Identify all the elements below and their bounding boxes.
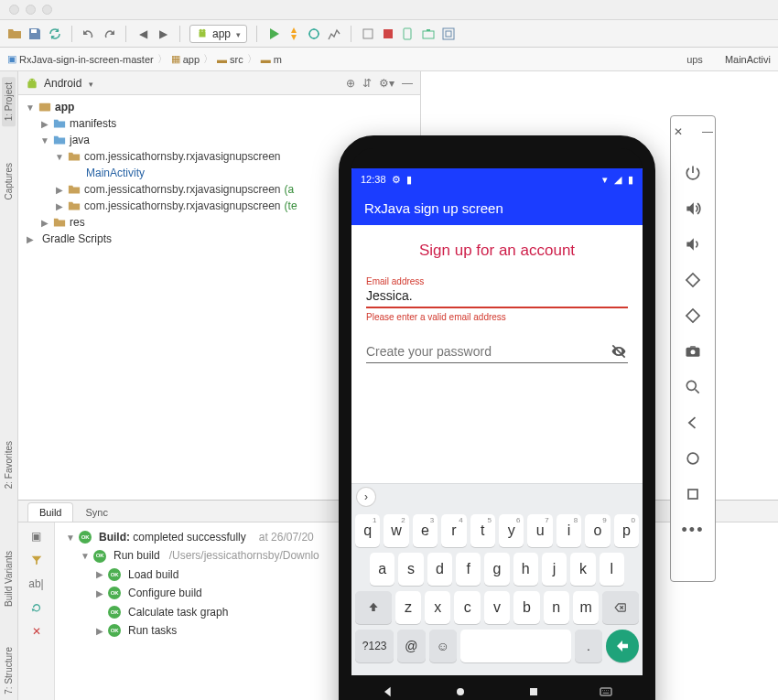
traffic-zoom[interactable] xyxy=(42,5,52,15)
crumb-m[interactable]: ▬ m xyxy=(261,54,282,65)
key-f[interactable]: f xyxy=(456,553,481,586)
forward-icon[interactable]: ▶ xyxy=(156,27,170,41)
password-input[interactable] xyxy=(366,342,628,363)
side-tab-project[interactable]: 1: Project xyxy=(2,77,16,126)
emu-zoom-icon[interactable] xyxy=(683,377,703,397)
key-h[interactable]: h xyxy=(513,553,538,586)
tree-node-app[interactable]: app xyxy=(22,99,416,115)
traffic-close[interactable] xyxy=(9,5,19,15)
key-dot[interactable]: . xyxy=(575,630,602,662)
apply-changes-icon[interactable] xyxy=(286,27,301,41)
nav-overview-icon[interactable] xyxy=(520,678,547,700)
run-icon[interactable] xyxy=(266,27,281,41)
toggle-view-icon[interactable]: ab| xyxy=(28,577,43,590)
crumb-root[interactable]: ▣ RxJava-sign-in-screen-master xyxy=(7,53,154,65)
hide-icon[interactable]: — xyxy=(402,77,413,90)
chevron-right-icon[interactable]: › xyxy=(357,488,375,506)
attach-debugger-icon[interactable] xyxy=(361,27,375,41)
expand-arrow-icon[interactable] xyxy=(66,530,75,545)
key-y[interactable]: y6 xyxy=(499,514,524,547)
key-emoji[interactable]: ☺ xyxy=(429,630,457,662)
editor-tab-label[interactable]: MainActivi xyxy=(725,54,771,65)
key-j[interactable]: j xyxy=(542,553,567,586)
key-s[interactable]: s xyxy=(398,553,423,586)
project-view-label[interactable]: Android xyxy=(44,77,81,90)
key-w[interactable]: w2 xyxy=(384,514,408,547)
target-icon[interactable]: ⊕ xyxy=(346,77,355,90)
key-n[interactable]: n xyxy=(544,591,569,624)
build-load-line[interactable]: Load build xyxy=(62,565,319,584)
build-calc-line[interactable]: Calculate task graph xyxy=(62,603,319,621)
sync-icon[interactable] xyxy=(48,27,62,41)
profile-icon[interactable] xyxy=(327,27,341,41)
key-e[interactable]: e3 xyxy=(413,514,438,547)
sdk-manager-icon[interactable] xyxy=(421,27,436,41)
layout-inspector-icon[interactable] xyxy=(441,27,456,41)
key-symbols[interactable]: ?123 xyxy=(355,630,394,662)
expand-arrow-icon[interactable] xyxy=(95,586,104,601)
open-icon[interactable] xyxy=(7,27,22,41)
build-run-build-line[interactable]: Run build /Users/jessicathornsby/Downlo xyxy=(62,546,319,565)
stop-icon[interactable] xyxy=(381,27,395,41)
key-shift[interactable] xyxy=(355,591,392,624)
key-q[interactable]: q1 xyxy=(355,514,380,547)
crumb-app[interactable]: ▦ app xyxy=(171,53,200,65)
keyboard-suggestion-bar[interactable]: › xyxy=(351,483,643,509)
run-config-selector[interactable]: app xyxy=(189,25,247,43)
tree-node-manifests[interactable]: manifests xyxy=(22,115,416,132)
back-icon[interactable]: ◀ xyxy=(135,27,150,41)
emu-power-icon[interactable] xyxy=(683,163,703,183)
key-backspace[interactable] xyxy=(602,591,639,624)
expand-arrow-icon[interactable] xyxy=(55,183,64,197)
avd-manager-icon[interactable] xyxy=(401,27,416,41)
build-tab-sync[interactable]: Sync xyxy=(73,502,119,522)
side-tab-build-variants[interactable]: Build Variants xyxy=(4,551,14,607)
expand-arrow-icon[interactable] xyxy=(55,199,64,213)
redo-icon[interactable] xyxy=(102,27,116,41)
expand-arrow-icon[interactable] xyxy=(95,566,104,582)
emu-overview-icon[interactable] xyxy=(683,484,703,504)
emu-close-icon[interactable]: ✕ xyxy=(668,122,688,142)
key-space[interactable] xyxy=(460,630,571,662)
emu-rotate-right-icon[interactable] xyxy=(683,306,703,326)
expand-arrow-icon[interactable] xyxy=(55,150,64,164)
dropdown-arrow-icon[interactable] xyxy=(87,77,93,90)
emu-home-icon[interactable] xyxy=(683,448,703,468)
key-enter[interactable] xyxy=(606,630,639,662)
key-c[interactable]: c xyxy=(454,591,480,624)
key-at[interactable]: @ xyxy=(397,630,425,662)
emu-minimize-icon[interactable]: — xyxy=(697,122,718,142)
key-z[interactable]: z xyxy=(395,591,421,624)
emu-volume-up-icon[interactable] xyxy=(683,199,703,219)
build-run-tasks-line[interactable]: Run tasks xyxy=(62,621,319,640)
key-t[interactable]: t5 xyxy=(470,514,495,547)
build-root-line[interactable]: Build: completed successfully at 26/07/2… xyxy=(62,528,319,546)
key-x[interactable]: x xyxy=(425,591,450,624)
traffic-minimize[interactable] xyxy=(26,5,36,15)
expand-tree-icon[interactable]: ▣ xyxy=(31,530,41,543)
expand-arrow-icon[interactable] xyxy=(81,548,90,564)
emu-more-icon[interactable]: ••• xyxy=(683,520,703,540)
collapse-icon[interactable]: ⇵ xyxy=(362,77,372,90)
build-tree[interactable]: Build: completed successfully at 26/07/2… xyxy=(55,522,327,700)
key-a[interactable]: a xyxy=(370,553,394,586)
expand-arrow-icon[interactable] xyxy=(40,216,49,230)
key-g[interactable]: g xyxy=(484,553,509,586)
emu-volume-down-icon[interactable] xyxy=(683,234,703,254)
key-l[interactable]: l xyxy=(600,553,624,586)
emu-screenshot-icon[interactable] xyxy=(683,341,703,361)
gear-icon[interactable]: ⚙▾ xyxy=(379,77,394,90)
debug-icon[interactable] xyxy=(307,27,321,41)
filter-icon[interactable] xyxy=(30,554,43,566)
nav-home-icon[interactable] xyxy=(447,678,474,700)
key-u[interactable]: u7 xyxy=(527,514,552,547)
close-icon[interactable]: ✕ xyxy=(32,625,41,638)
nav-back-icon[interactable] xyxy=(374,678,402,700)
side-tab-favorites[interactable]: 2: Favorites xyxy=(4,441,14,489)
key-m[interactable]: m xyxy=(573,591,599,624)
emu-rotate-left-icon[interactable] xyxy=(683,270,703,290)
expand-arrow-icon[interactable] xyxy=(26,101,35,114)
expand-arrow-icon[interactable] xyxy=(40,134,49,147)
key-b[interactable]: b xyxy=(513,591,539,624)
key-o[interactable]: o9 xyxy=(585,514,610,547)
